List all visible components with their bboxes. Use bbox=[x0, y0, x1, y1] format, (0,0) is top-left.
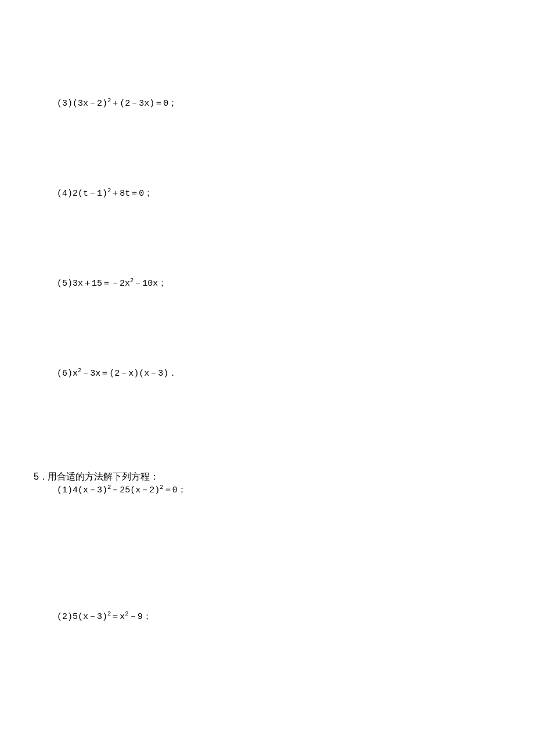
eq3-text: (3)(3x－2)2＋(2－3x)＝0； bbox=[57, 99, 177, 109]
eq4-text: (4)2(t－1)2＋8t＝0； bbox=[57, 189, 153, 199]
q5-sub1-text: (1)4(x－3)2－25(x－2)2＝0； bbox=[57, 485, 186, 495]
equation-4: (4)2(t－1)2＋8t＝0； bbox=[57, 188, 153, 200]
q5-sub2-text: (2)5(x－3)2＝x2－9； bbox=[57, 612, 151, 622]
equation-5: (5)3x＋15＝－2x2－10x； bbox=[57, 278, 167, 290]
question-5-number: 5． bbox=[34, 470, 48, 483]
equation-3: (3)(3x－2)2＋(2－3x)＝0； bbox=[57, 98, 177, 110]
equation-6: (6)x2－3x＝(2－x)(x－3)． bbox=[57, 368, 177, 380]
eq5-text: (5)3x＋15＝－2x2－10x； bbox=[57, 279, 167, 289]
question-5-text: 用合适的方法解下列方程： bbox=[48, 470, 159, 483]
question-5-sub1: (1)4(x－3)2－25(x－2)2＝0； bbox=[57, 484, 186, 496]
eq6-text: (6)x2－3x＝(2－x)(x－3)． bbox=[57, 369, 177, 379]
question-5-sub2: (2)5(x－3)2＝x2－9； bbox=[57, 611, 151, 623]
